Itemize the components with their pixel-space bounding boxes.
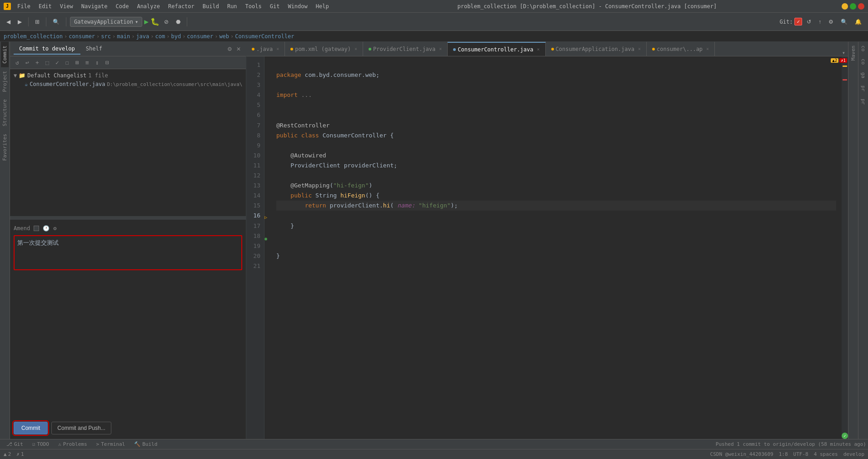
expand-all[interactable]: ↕ [93, 58, 102, 67]
status-position[interactable]: 1:8 [779, 451, 788, 457]
close-tab-3-icon[interactable]: × [537, 47, 540, 52]
side-label-pr[interactable]: pr [859, 82, 867, 95]
add-button[interactable]: + [33, 58, 42, 67]
breadcrumb-item-6[interactable]: byd [171, 33, 181, 40]
refresh-button[interactable]: ↺ [13, 58, 22, 67]
settings-icon[interactable]: ⚙ [226, 45, 233, 53]
breadcrumb-item-8[interactable]: web [219, 33, 229, 40]
maximize-button[interactable] [850, 3, 856, 10]
maven-label[interactable]: Maven [849, 42, 857, 64]
toolbar-push[interactable]: ↑ [816, 17, 824, 26]
menu-window[interactable]: Window [284, 2, 311, 10]
sort-button[interactable]: ≡ [83, 58, 92, 67]
left-tab-commit[interactable]: Commit [1, 42, 9, 67]
left-tab-structure[interactable]: Structure [1, 96, 9, 130]
side-label-co2[interactable]: co [859, 55, 867, 68]
commit-push-button[interactable]: Commit and Push... [51, 422, 111, 434]
toolbar-forward[interactable]: ▶ [15, 17, 25, 26]
file-tab-5[interactable]: consumer\...ap × [647, 42, 715, 56]
panel-hide-button[interactable]: ✕ [235, 45, 242, 53]
menu-help[interactable]: Help [312, 2, 333, 10]
debug-button[interactable]: 🐛 [150, 17, 160, 26]
breadcrumb-item-4[interactable]: java [136, 33, 149, 40]
status-warnings[interactable]: ▲ 2 [4, 451, 11, 457]
toolbar-back[interactable]: ◀ [4, 17, 13, 26]
toolbar-profile[interactable]: ⬣ [173, 17, 183, 26]
bottom-tab-git[interactable]: ⎇ Git [2, 440, 28, 448]
tab-commit-to-develop[interactable]: Commit to develop [14, 44, 80, 55]
code-content[interactable]: package com.byd.consumer.web; import ...… [271, 56, 842, 439]
bottom-tab-build[interactable]: 🔨 Build [130, 440, 162, 448]
menu-run[interactable]: Run [224, 2, 241, 10]
file-tab-2[interactable]: ProviderClient.java × [363, 42, 448, 56]
menu-git[interactable]: Git [266, 2, 284, 10]
close-tab-5-icon[interactable]: × [706, 46, 709, 51]
toolbar-search2[interactable]: 🔍 [838, 17, 850, 26]
git-checkmark[interactable]: ✓ [794, 18, 802, 25]
file-tab-4[interactable]: ConsumerApplication.java × [546, 42, 647, 56]
commit-message-input[interactable]: 第一次提交测试 [15, 236, 241, 268]
check-all[interactable]: ✓ [53, 58, 62, 67]
bottom-tab-todo[interactable]: ☑ TODO [28, 440, 54, 448]
status-indent[interactable]: 4 spaces [814, 451, 838, 457]
group-button[interactable]: ⊞ [73, 58, 82, 67]
toolbar-recent-files[interactable]: ⊞ [32, 17, 42, 26]
left-tab-project[interactable]: Project [1, 67, 9, 96]
breadcrumb-item-1[interactable]: consumer [69, 33, 95, 40]
file-tab-1[interactable]: pom.xml (gateway) × [285, 42, 363, 56]
menu-refactor[interactable]: Refactor [165, 2, 198, 10]
file-tab-3[interactable]: ConsumerController.java × [448, 42, 545, 56]
status-branch[interactable]: develop [843, 451, 864, 457]
bottom-tab-problems[interactable]: ⚠ Problems [54, 440, 92, 448]
toolbar-search[interactable]: 🔍 [50, 17, 62, 26]
tab-shelf[interactable]: Shelf [80, 44, 108, 55]
menu-edit[interactable]: Edit [35, 2, 55, 10]
commit-button[interactable]: Commit [14, 422, 48, 434]
close-tab-0-icon[interactable]: × [276, 46, 279, 51]
list-item[interactable]: ☕ ConsumerController.java D:\problem_col… [10, 80, 246, 88]
breadcrumb-item-0[interactable]: problem_collection [4, 33, 63, 40]
side-label-co[interactable]: co [859, 42, 867, 55]
close-button[interactable] [858, 3, 864, 10]
rollback-button[interactable]: ↩ [23, 58, 32, 67]
uncheck-all[interactable]: ☐ [63, 58, 72, 67]
side-label-ga[interactable]: ga [859, 69, 867, 82]
left-tab-favorites[interactable]: Favorites [1, 130, 9, 165]
menu-navigate[interactable]: Navigate [78, 2, 111, 10]
close-tab-2-icon[interactable]: × [439, 46, 442, 51]
toolbar-coverage[interactable]: ⊘ [161, 17, 171, 26]
amend-checkbox[interactable] [34, 226, 39, 231]
bottom-tab-terminal[interactable]: > Terminal [92, 440, 130, 448]
toolbar-update[interactable]: ↺ [804, 17, 814, 26]
close-tab-1-icon[interactable]: × [354, 46, 357, 51]
changelist-header[interactable]: ▼ 📁 Default Changelist 1 file [10, 71, 246, 80]
checkmark-icon: ✓ [843, 434, 846, 438]
menu-file[interactable]: File [14, 2, 34, 10]
more-tabs-button[interactable]: ▾ [839, 50, 848, 56]
breadcrumb-item-7[interactable]: consumer [187, 33, 213, 40]
toolbar-notifications[interactable]: 🔔 [852, 17, 864, 26]
horizontal-scrollbar[interactable] [10, 216, 246, 220]
run-config-dropdown[interactable]: GatewayApplication ▾ [70, 17, 142, 27]
breadcrumb-item-5[interactable]: com [155, 33, 165, 40]
close-tab-4-icon[interactable]: × [638, 46, 641, 51]
minimize-button[interactable] [842, 3, 848, 10]
collapse-all[interactable]: ⊟ [103, 58, 112, 67]
side-label-pr2[interactable]: pr [859, 95, 867, 108]
breadcrumb-item-2[interactable]: src [101, 33, 111, 40]
run-button[interactable]: ▶ [144, 17, 149, 26]
menu-view[interactable]: View [56, 2, 77, 10]
toolbar-settings[interactable]: ⚙ [826, 17, 836, 26]
file-tab-0[interactable]: .java × [246, 42, 285, 56]
menu-analyze[interactable]: Analyze [133, 2, 164, 10]
status-encoding[interactable]: UTF-8 [793, 451, 808, 457]
menu-build[interactable]: Build [199, 2, 223, 10]
breadcrumb-item-9[interactable]: ConsumerController [235, 33, 294, 40]
gutter: ▷ ◉ [264, 56, 271, 439]
menu-tools[interactable]: Tools [242, 2, 265, 10]
menu-code[interactable]: Code [112, 2, 133, 10]
status-errors[interactable]: ✗ 1 [16, 451, 24, 457]
code-editor[interactable]: 1 2 3 4 5 6 7 8 9 10 11 12 13 14 15 16 1… [246, 56, 848, 439]
diff-button[interactable]: ⬚ [43, 58, 52, 67]
breadcrumb-item-3[interactable]: main [117, 33, 130, 40]
